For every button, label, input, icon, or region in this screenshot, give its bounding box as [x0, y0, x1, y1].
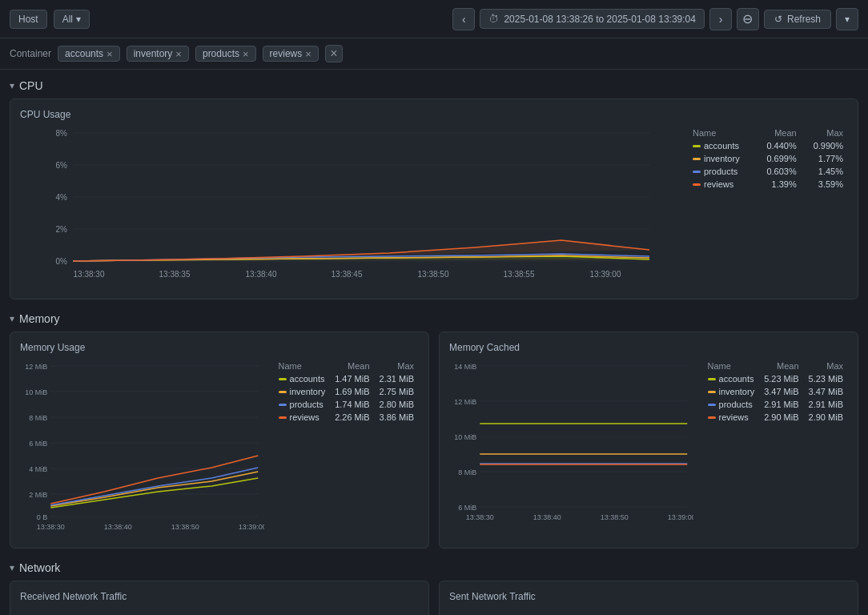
network-chevron-icon: ▾ — [10, 562, 14, 573]
network-section-header[interactable]: ▾ Network — [10, 561, 858, 574]
svg-text:13:38:30: 13:38:30 — [37, 523, 65, 531]
filter-tag-accounts[interactable]: accounts × — [58, 46, 120, 62]
header-left: Host All ▾ — [10, 10, 90, 29]
svg-text:13:38:40: 13:38:40 — [533, 513, 561, 521]
chevron-down-icon: ▾ — [76, 14, 81, 25]
cpu-usage-title: CPU Usage — [20, 109, 848, 120]
remove-inventory-icon[interactable]: × — [175, 49, 182, 59]
cpu-chart-svg: 8% 6% 4% 2% 0% — [20, 127, 678, 287]
svg-text:13:38:30: 13:38:30 — [74, 270, 105, 279]
cpu-chevron-icon: ▾ — [10, 80, 14, 91]
svg-text:13:38:50: 13:38:50 — [601, 513, 629, 521]
svg-text:13:38:45: 13:38:45 — [332, 270, 363, 279]
clear-filters-button[interactable]: × — [325, 45, 343, 62]
refresh-button[interactable]: ↺ Refresh — [764, 10, 831, 29]
sent-network-title: Sent Network Traffic — [449, 591, 848, 602]
memory-usage-inner: 12 MiB 10 MiB 8 MiB 6 MiB 4 MiB 2 MiB 0 … — [20, 360, 419, 538]
all-dropdown[interactable]: All ▾ — [54, 10, 90, 29]
memory-usage-svg: 12 MiB 10 MiB 8 MiB 6 MiB 4 MiB 2 MiB 0 … — [20, 360, 264, 536]
memory-usage-title: Memory Usage — [20, 342, 419, 353]
memory-charts-row: Memory Usage 12 MiB 10 MiB 8 MiB 6 MiB 4… — [10, 332, 858, 549]
remove-accounts-icon[interactable]: × — [106, 49, 113, 59]
cpu-chart-area: 8% 6% 4% 2% 0% — [20, 127, 678, 289]
svg-text:2 MiB: 2 MiB — [29, 491, 47, 499]
svg-text:14 MiB: 14 MiB — [454, 363, 476, 371]
memory-section-header[interactable]: ▾ Memory — [10, 312, 858, 325]
received-network-svg — [20, 609, 419, 615]
legend-row-accounts: accounts 0.440% 0.990% — [688, 139, 848, 152]
prev-arrow[interactable]: ‹ — [452, 8, 475, 30]
clock-icon: ⏱ — [488, 13, 499, 25]
cached-legend-products: products 2.91 MiB 2.91 MiB — [703, 398, 848, 411]
network-section-title: Network — [19, 561, 60, 574]
received-network-title: Received Network Traffic — [20, 591, 419, 602]
svg-text:8 MiB: 8 MiB — [458, 468, 476, 476]
legend-row-products: products 0.603% 1.45% — [688, 165, 848, 178]
cpu-section-header[interactable]: ▾ CPU — [10, 79, 858, 92]
svg-text:13:38:40: 13:38:40 — [104, 523, 132, 531]
memory-chevron-icon: ▾ — [10, 313, 14, 324]
legend-row-inventory: inventory 0.699% 1.77% — [688, 152, 848, 165]
header-center: ‹ ⏱ 2025-01-08 13:38:26 to 2025-01-08 13… — [452, 8, 858, 30]
svg-text:13:39:00: 13:39:00 — [239, 523, 264, 531]
memory-usage-chart-area: 12 MiB 10 MiB 8 MiB 6 MiB 4 MiB 2 MiB 0 … — [20, 360, 264, 538]
time-range[interactable]: ⏱ 2025-01-08 13:38:26 to 2025-01-08 13:3… — [480, 9, 705, 29]
svg-text:13:38:35: 13:38:35 — [159, 270, 191, 279]
cached-legend-inventory: inventory 3.47 MiB 3.47 MiB — [703, 385, 848, 398]
svg-text:13:39:00: 13:39:00 — [668, 513, 693, 521]
container-label: Container — [10, 48, 51, 59]
header: Host All ▾ ‹ ⏱ 2025-01-08 13:38:26 to 20… — [0, 0, 868, 38]
svg-text:13:38:40: 13:38:40 — [246, 270, 277, 279]
main-content: ▾ CPU CPU Usage 8% 6% 4% 2% 0% — [0, 70, 868, 615]
svg-text:13:38:30: 13:38:30 — [466, 513, 494, 521]
svg-text:13:39:00: 13:39:00 — [590, 270, 621, 279]
cached-legend-accounts: accounts 5.23 MiB 5.23 MiB — [703, 372, 848, 385]
mem-legend-reviews: reviews 2.26 MiB 3.86 MiB — [274, 411, 419, 424]
mem-legend-products: products 1.74 MiB 2.80 MiB — [274, 398, 419, 411]
cpu-chart-inner: 8% 6% 4% 2% 0% — [20, 127, 848, 289]
svg-text:13:38:50: 13:38:50 — [418, 270, 449, 279]
svg-text:10 MiB: 10 MiB — [25, 388, 47, 396]
filter-tag-reviews[interactable]: reviews × — [263, 46, 319, 62]
memory-cached-chart-area: 14 MiB 12 MiB 10 MiB 8 MiB 6 MiB — [449, 360, 693, 538]
cpu-usage-panel: CPU Usage 8% 6% 4% 2% 0% — [10, 98, 858, 299]
svg-text:4%: 4% — [56, 193, 68, 202]
svg-text:8%: 8% — [56, 129, 68, 138]
received-network-panel: Received Network Traffic — [10, 581, 429, 615]
svg-text:12 MiB: 12 MiB — [25, 363, 47, 371]
memory-section-title: Memory — [19, 312, 60, 325]
svg-text:4 MiB: 4 MiB — [29, 465, 47, 473]
svg-text:6%: 6% — [56, 161, 68, 170]
refresh-icon: ↺ — [774, 14, 782, 25]
refresh-dropdown[interactable]: ▾ — [836, 8, 858, 30]
network-section: ▾ Network Received Network Traffic Sent … — [10, 561, 858, 615]
svg-text:6 MiB: 6 MiB — [458, 504, 476, 512]
cpu-section: ▾ CPU CPU Usage 8% 6% 4% 2% 0% — [10, 79, 858, 299]
sent-network-panel: Sent Network Traffic — [439, 581, 858, 615]
mem-legend-inventory: inventory 1.69 MiB 2.75 MiB — [274, 385, 419, 398]
svg-text:8 MiB: 8 MiB — [29, 414, 47, 422]
svg-text:0%: 0% — [56, 257, 68, 266]
svg-text:6 MiB: 6 MiB — [29, 440, 47, 448]
legend-row-reviews: reviews 1.39% 3.59% — [688, 178, 848, 191]
remove-reviews-icon[interactable]: × — [305, 49, 311, 59]
filter-bar: Container accounts × inventory × product… — [0, 38, 868, 70]
host-badge: Host — [10, 10, 47, 29]
svg-text:13:38:50: 13:38:50 — [171, 523, 199, 531]
chevron-down-icon: ▾ — [845, 14, 850, 25]
filter-tag-inventory[interactable]: inventory × — [127, 46, 189, 62]
svg-text:2%: 2% — [56, 225, 68, 234]
network-charts-row: Received Network Traffic Sent Network Tr… — [10, 581, 858, 615]
remove-products-icon[interactable]: × — [243, 49, 249, 59]
mem-legend-accounts: accounts 1.47 MiB 2.31 MiB — [274, 372, 419, 385]
memory-cached-title: Memory Cached — [449, 342, 848, 353]
cpu-section-title: CPU — [19, 79, 43, 92]
zoom-button[interactable]: ⊖ — [737, 8, 759, 30]
memory-usage-legend: Name Mean Max accounts 1.47 MiB 2.31 MiB — [274, 360, 419, 424]
memory-cached-svg: 14 MiB 12 MiB 10 MiB 8 MiB 6 MiB — [449, 360, 693, 536]
memory-cached-panel: Memory Cached 14 MiB 12 MiB 10 MiB 8 MiB… — [439, 332, 858, 549]
next-arrow[interactable]: › — [709, 8, 732, 30]
svg-text:13:38:55: 13:38:55 — [504, 270, 535, 279]
filter-tag-products[interactable]: products × — [195, 46, 256, 62]
sent-network-svg — [449, 609, 848, 615]
